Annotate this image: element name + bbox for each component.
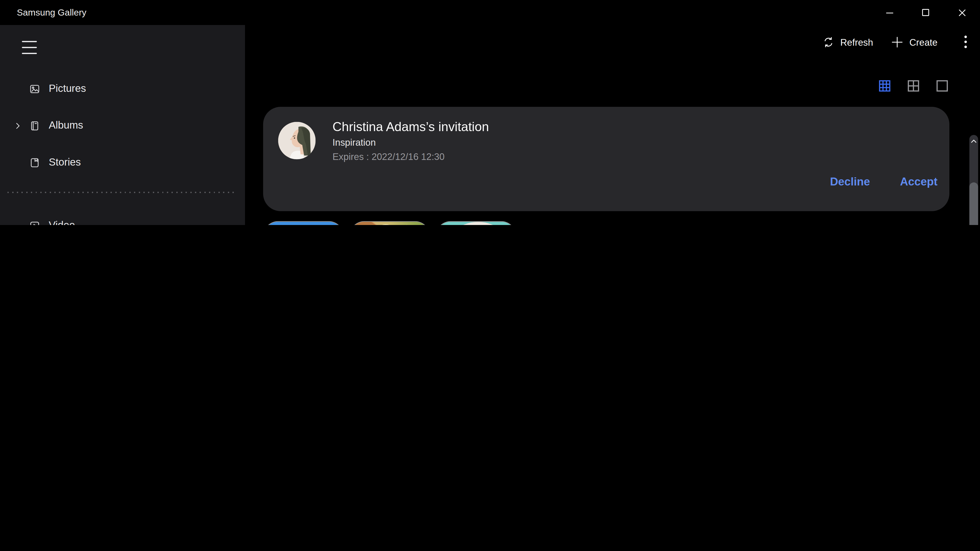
album-cover-nyc[interactable] [436,221,516,225]
albums-icon [29,120,41,132]
album-tile-nyc: NYC 5 members [436,221,516,225]
grid-2x2-icon [906,79,921,93]
view-grid-3x3-button[interactable] [877,79,892,93]
refresh-button[interactable]: Refresh [823,36,873,48]
minimize-button[interactable] [871,0,907,25]
sidebar-item-albums[interactable]: Albums [0,112,245,139]
hamburger-icon [21,39,38,56]
grid-3x3-icon [877,79,892,93]
sidebar-item-label: Stories [49,156,81,168]
view-grid-2x2-button[interactable] [906,79,921,93]
album-tile-sf: SF 5 members [349,221,430,225]
shared-album-grid: La la land 5 members [263,221,522,225]
single-view-icon [935,79,950,93]
sidebar-item-label: Video [49,219,75,225]
plus-icon [891,35,904,48]
pictures-icon [29,83,41,95]
invitation-album-name: Inspiration [332,137,376,148]
view-single-button[interactable] [935,79,950,93]
album-tile-la-la-land: La la land 5 members [263,221,344,225]
toolbar: Refresh Create [823,32,967,51]
maximize-icon [921,8,930,17]
close-button[interactable] [944,0,980,25]
app-window: Samsung Gallery Pictures [0,0,980,225]
sidebar-item-label: Pictures [49,83,86,94]
sidebar-item-pictures[interactable]: Pictures [0,75,245,103]
sidebar-item-video[interactable]: Video [0,212,245,225]
album-cover-sf[interactable] [349,221,430,225]
video-icon [29,220,41,225]
refresh-label: Refresh [840,37,873,47]
kebab-menu-icon [964,35,967,49]
invitation-card: Christina Adams’s invitation Inspiration… [263,107,950,211]
titlebar: Samsung Gallery [0,0,980,25]
sidebar: Pictures Albums Stories Video [0,25,245,225]
create-button[interactable]: Create [891,35,938,48]
scroll-up-icon[interactable] [970,138,977,145]
sidebar-divider [7,192,234,193]
refresh-icon [823,36,835,48]
main-content: Refresh Create [245,25,980,225]
minimize-icon [885,8,894,17]
create-label: Create [909,37,937,47]
invitation-title: Christina Adams’s invitation [332,119,489,135]
view-toggle-group [863,79,950,93]
window-controls [871,0,980,25]
scrollbar-thumb[interactable] [969,183,978,225]
close-icon [957,8,967,17]
avatar [278,122,316,159]
decline-button[interactable]: Decline [830,176,870,189]
chevron-right-icon [14,122,22,130]
scrollbar-track[interactable] [969,135,978,225]
stories-icon [29,157,41,169]
menu-button[interactable] [21,39,38,56]
more-options-button[interactable] [964,35,967,49]
maximize-button[interactable] [907,0,944,25]
window-title: Samsung Gallery [17,7,86,17]
invitation-expiry: Expires : 2022/12/16 12:30 [332,151,445,162]
sidebar-item-label: Albums [49,119,83,131]
sidebar-item-stories[interactable]: Stories [0,149,245,176]
album-cover-la-la-land[interactable] [263,221,344,225]
accept-button[interactable]: Accept [900,176,937,189]
